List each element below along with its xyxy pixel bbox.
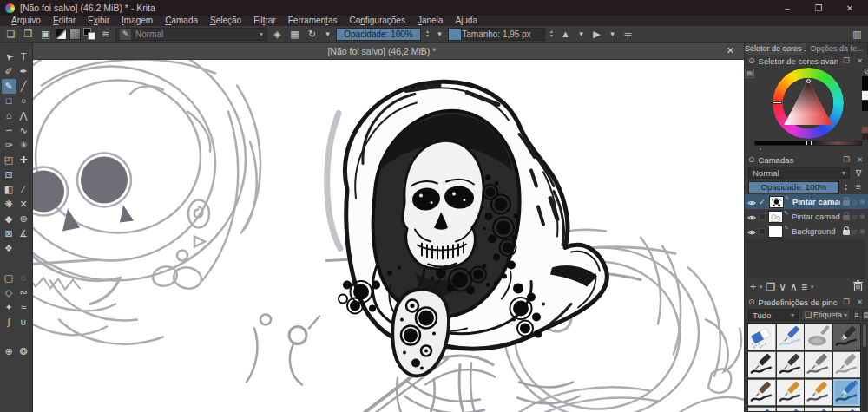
layer-visibility-toggle[interactable] xyxy=(747,209,756,225)
layer-name[interactable]: Background xyxy=(792,226,840,236)
move-layer-down-button[interactable]: ∨ xyxy=(779,279,786,295)
tool-zoom[interactable]: ⊕ xyxy=(2,344,16,359)
layer-opacity-slider[interactable]: Opacidade: 100% xyxy=(748,181,839,193)
layer-lock-icon[interactable] xyxy=(843,215,850,220)
tool-dynamic-brush[interactable]: ✑ xyxy=(2,138,16,153)
brush-preset-marker-dark[interactable] xyxy=(748,351,776,378)
brush-preset-ink-pen[interactable] xyxy=(833,324,861,350)
opacity-caret[interactable]: ▾ xyxy=(434,27,445,42)
brush-preset-pen-blue-4[interactable] xyxy=(833,407,861,412)
layer-lock-icon[interactable] xyxy=(843,230,850,235)
menu-janela[interactable]: Janela xyxy=(411,16,449,26)
tool-ellipse[interactable]: ○ xyxy=(16,94,31,108)
color-history-icon[interactable]: ◔ xyxy=(758,146,762,154)
mirror-vertical-button[interactable]: ▶ xyxy=(589,27,604,42)
mirror-horizontal-caret[interactable]: ▾ xyxy=(575,27,587,42)
brush-preset-nib-orange[interactable] xyxy=(777,379,805,406)
tool-colorize-mask[interactable]: ❋ xyxy=(2,197,16,212)
move-layer-up-button[interactable]: ∧ xyxy=(790,279,798,295)
layer-settings-icon[interactable]: ✱ xyxy=(859,198,865,206)
tool-calligraphy[interactable]: ✒ xyxy=(16,64,31,79)
menu-ajuda[interactable]: Ajuda xyxy=(449,16,483,26)
tool-smart-patch[interactable]: ✕ xyxy=(16,197,31,212)
tool-polygon-select[interactable]: ◇ xyxy=(2,285,16,300)
brush-preset-chooser-button[interactable]: ≋ xyxy=(98,27,113,42)
minimize-button[interactable]: – xyxy=(774,3,800,13)
tool-polygon[interactable]: ⌂ xyxy=(2,108,16,123)
menu-filtrar[interactable]: Filtrar xyxy=(247,16,282,26)
layer-properties-button[interactable]: ≡ xyxy=(801,279,807,295)
tool-transform[interactable]: ◰ xyxy=(2,153,16,167)
brush-preset-fine-orange[interactable] xyxy=(805,379,832,406)
add-layer-caret[interactable]: ▾ xyxy=(760,284,763,291)
color-swatch[interactable] xyxy=(862,76,868,90)
opacity-spinner[interactable]: ▲▼ xyxy=(424,28,431,41)
brush-preset-pen-blue-2[interactable] xyxy=(777,407,805,412)
brush-preset-eraser-soft[interactable] xyxy=(748,324,776,350)
open-document-button[interactable]: ❒ xyxy=(21,27,36,42)
menu-editar[interactable]: Editar xyxy=(47,16,82,26)
layer-settings-icon[interactable]: ✱ xyxy=(859,227,865,236)
reload-preset-button[interactable]: ↻ xyxy=(305,27,319,42)
eraser-mode-button[interactable]: ◈ xyxy=(270,27,285,42)
tool-assistants[interactable]: ⊠ xyxy=(2,226,16,241)
layer-row[interactable]: ✎Backgroundα✱ xyxy=(745,224,868,239)
close-docker-icon[interactable]: ✕ xyxy=(855,56,865,65)
layer-visibility-toggle[interactable] xyxy=(747,194,756,210)
close-docker-icon[interactable]: ✕ xyxy=(855,155,865,164)
float-docker-icon[interactable]: ❐ xyxy=(841,155,852,164)
tool-polyline[interactable]: ⋀ xyxy=(16,108,31,123)
preset-scrollbar[interactable] xyxy=(862,323,867,412)
selector-shape-button[interactable]: ▤ xyxy=(745,69,754,78)
workspace-chooser-button[interactable]: ▥ xyxy=(850,27,865,42)
menu-selecao[interactable]: Seleção xyxy=(204,16,247,26)
tag-button[interactable]: ❑ Etiqueta ▾ xyxy=(801,309,851,321)
preserve-alpha-button[interactable]: ▦ xyxy=(287,27,302,42)
delete-layer-button[interactable] xyxy=(853,279,863,295)
layer-thumbnail[interactable] xyxy=(768,211,783,223)
shade-slider[interactable] xyxy=(754,141,862,146)
duplicate-layer-button[interactable]: ❐ xyxy=(766,279,776,295)
layer-blend-mode-select[interactable]: Normal▾ xyxy=(748,167,850,179)
color-swatch[interactable] xyxy=(862,127,868,133)
color-swatch[interactable] xyxy=(862,134,868,140)
reload-caret[interactable]: ▾ xyxy=(322,27,333,42)
menu-camada[interactable]: Camada xyxy=(159,16,204,26)
tool-line[interactable]: ╱ xyxy=(16,79,31,94)
brush-preset-pen-blue-3[interactable] xyxy=(805,407,832,412)
canvas[interactable] xyxy=(33,60,744,412)
tool-rectangle[interactable]: □ xyxy=(2,94,16,108)
tool-magnetic-select[interactable]: ∪ xyxy=(16,315,31,330)
brush-preset-pen-silver[interactable] xyxy=(833,351,861,378)
tool-bezier-select[interactable]: ∫ xyxy=(2,315,16,330)
restore-button[interactable]: ❐ xyxy=(806,3,832,13)
no-color-icon[interactable]: ⊘ xyxy=(864,67,868,75)
foreground-background-colors[interactable] xyxy=(83,28,95,40)
layer-visibility-toggle[interactable] xyxy=(747,224,756,239)
layer-properties-caret[interactable]: ▾ xyxy=(811,284,814,291)
tool-reference-images[interactable]: ❖ xyxy=(2,241,16,256)
close-docker-icon[interactable]: ✕ xyxy=(855,298,865,306)
new-document-button[interactable]: ❏ xyxy=(3,27,18,42)
brush-preset-pen-blue-1[interactable] xyxy=(748,407,776,412)
float-docker-icon[interactable]: ❐ xyxy=(841,298,852,306)
close-button[interactable]: ✕ xyxy=(837,3,863,13)
size-slider[interactable]: Tamanho: 1,95 px xyxy=(448,28,545,41)
layer-thumbnail[interactable] xyxy=(769,196,784,208)
tool-color-sampler[interactable]: ∕ xyxy=(16,182,31,197)
brush-preset-pencil-blue[interactable] xyxy=(777,324,805,350)
preset-view-button[interactable]: ▤ xyxy=(862,309,868,321)
tool-fill[interactable]: ◆ xyxy=(2,212,16,226)
layer-name[interactable]: Pintar camada 1 xyxy=(792,212,840,221)
brush-settings-combo[interactable]: ✎ Normal ▾ xyxy=(115,28,267,41)
opacity-slider[interactable]: Opacidade: 100% xyxy=(336,28,421,41)
gradient-chooser[interactable] xyxy=(56,29,67,40)
layer-name[interactable]: Pintar camada 2 xyxy=(792,197,840,206)
mirror-vertical-caret[interactable]: ▾ xyxy=(607,27,618,42)
tool-similar-select[interactable]: ≈ xyxy=(16,300,31,315)
tool-rect-select[interactable]: ▢ xyxy=(2,271,16,285)
document-close-button[interactable]: ✕ xyxy=(724,45,737,56)
menu-arquivo[interactable]: Arquivo xyxy=(5,16,47,26)
tool-bezier-curve[interactable]: ∽ xyxy=(2,123,16,138)
layer-alpha-icon[interactable]: α xyxy=(852,198,857,206)
